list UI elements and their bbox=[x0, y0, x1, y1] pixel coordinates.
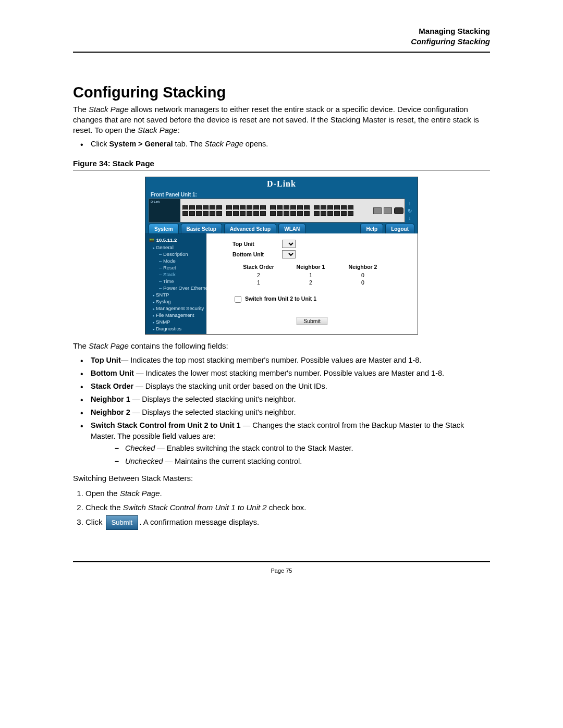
field-item: Neighbor 1 — Displays the selected stack… bbox=[73, 394, 490, 405]
field-name: Neighbor 1 bbox=[91, 395, 132, 403]
intro-text: The bbox=[73, 105, 89, 114]
footer-rule bbox=[73, 561, 490, 562]
tree-leaf-mode[interactable]: Mode bbox=[145, 257, 206, 264]
field-name: Switch Stack Control from Unit 2 to Unit… bbox=[91, 421, 243, 429]
tab-basic-setup[interactable]: Basic Setup bbox=[181, 224, 222, 233]
tab-system[interactable]: System bbox=[149, 224, 179, 233]
subfield-item: Checked — Enables switching the stack co… bbox=[91, 443, 490, 454]
text: tab. The bbox=[173, 140, 205, 148]
step-3: Click Submit. A confirmation message dis… bbox=[85, 515, 490, 530]
tab-advanced-setup[interactable]: Advanced Setup bbox=[224, 224, 276, 233]
port-pair[interactable] bbox=[314, 205, 320, 216]
port-pair[interactable] bbox=[327, 205, 333, 216]
tree-leaf-stack[interactable]: Stack bbox=[145, 271, 206, 278]
port-pair[interactable] bbox=[253, 205, 259, 216]
port-pair[interactable] bbox=[216, 205, 222, 216]
device-ip[interactable]: 📟 10.5.11.2 bbox=[145, 236, 206, 244]
select-bottom-unit[interactable] bbox=[282, 250, 296, 258]
submit-button[interactable]: Submit bbox=[297, 317, 327, 325]
arrow-down-icon[interactable]: ↓ bbox=[409, 215, 411, 221]
page-number: Page 75 bbox=[73, 567, 490, 574]
port-pair[interactable] bbox=[196, 205, 202, 216]
td: 0 bbox=[337, 279, 389, 286]
subfield-item: Unchecked — Maintains the current stacki… bbox=[91, 456, 490, 467]
text: Click bbox=[85, 517, 105, 526]
text-em: Stack Page bbox=[205, 140, 243, 148]
port-pair[interactable] bbox=[189, 205, 195, 216]
port-pair[interactable] bbox=[247, 205, 252, 216]
port-pair[interactable] bbox=[182, 205, 188, 216]
nav-sidebar: 📟 10.5.11.2 General Description Mode Res… bbox=[145, 233, 206, 334]
port-pair[interactable] bbox=[334, 205, 340, 216]
arrow-refresh-icon[interactable]: ↻ bbox=[408, 208, 412, 214]
arrow-up-icon[interactable]: ↑ bbox=[409, 201, 411, 206]
uplink-port bbox=[373, 207, 382, 214]
intro-text: : bbox=[178, 126, 180, 134]
unit-arrows[interactable]: ↑ ↻ ↓ bbox=[405, 199, 414, 223]
field-name: Neighbor 2 bbox=[91, 408, 132, 416]
port-pair[interactable] bbox=[233, 205, 239, 216]
front-panel-label: Front Panel Unit 1: bbox=[145, 192, 418, 199]
field-item: Switch Stack Control from Unit 2 to Unit… bbox=[73, 420, 490, 467]
tree-node-general[interactable]: General bbox=[145, 244, 206, 251]
tree-node-mgmt-security[interactable]: Management Security bbox=[145, 305, 206, 312]
port-pair[interactable] bbox=[290, 205, 296, 216]
port-pair[interactable] bbox=[226, 205, 232, 216]
text: check box. bbox=[267, 503, 307, 512]
text: The bbox=[73, 341, 89, 350]
submit-inline-button: Submit bbox=[106, 515, 138, 530]
port-pair[interactable] bbox=[260, 205, 266, 216]
port-pair[interactable] bbox=[270, 205, 276, 216]
serial-port bbox=[394, 207, 403, 214]
port-pair[interactable] bbox=[210, 205, 215, 216]
figure-rule bbox=[73, 170, 490, 170]
tree-node-snmp[interactable]: SNMP bbox=[145, 318, 206, 325]
text: . A confirmation message displays. bbox=[139, 517, 259, 526]
tab-logout[interactable]: Logout bbox=[385, 224, 414, 233]
switching-heading: Switching Between Stack Masters: bbox=[73, 473, 490, 484]
tree-node-syslog[interactable]: Syslog bbox=[145, 298, 206, 305]
device-uplinks bbox=[372, 199, 405, 222]
port-pair[interactable] bbox=[304, 205, 310, 216]
step-1: Open the Stack Page. bbox=[85, 487, 490, 500]
tree-leaf-poe[interactable]: Power Over Ethernet bbox=[145, 285, 206, 291]
label-bottom-unit: Bottom Unit bbox=[232, 251, 282, 257]
td: 2 bbox=[285, 279, 337, 286]
tree-leaf-time[interactable]: Time bbox=[145, 278, 206, 285]
th-neighbor1: Neighbor 1 bbox=[285, 264, 337, 272]
field-item: Stack Order — Displays the stacking unit… bbox=[73, 381, 490, 392]
text: Click bbox=[91, 140, 109, 148]
tree-node-file-mgmt[interactable]: File Management bbox=[145, 312, 206, 318]
tree-leaf-reset[interactable]: Reset bbox=[145, 264, 206, 271]
switch-row: Switch from Unit 2 to Unit 1 bbox=[232, 294, 412, 304]
subfield-desc: — Enables switching the stack control to… bbox=[155, 444, 353, 452]
text: contains the following fields: bbox=[129, 341, 228, 350]
field-desc: — Indicates the top most stacking member… bbox=[121, 356, 422, 364]
field-desc: — Displays the stacking unit order based… bbox=[136, 382, 327, 390]
port-pair[interactable] bbox=[341, 205, 347, 216]
tab-help[interactable]: Help bbox=[360, 224, 383, 233]
uplink-port bbox=[384, 207, 392, 214]
subfield-desc: — Maintains the current stacking control… bbox=[163, 457, 302, 465]
tree-node-sntp[interactable]: SNTP bbox=[145, 291, 206, 298]
intro-paragraph: The Stack Page allows network managers t… bbox=[73, 104, 490, 136]
select-top-unit[interactable] bbox=[282, 240, 296, 248]
tree-node-diagnostics[interactable]: Diagnostics bbox=[145, 325, 206, 332]
port-pair[interactable] bbox=[240, 205, 246, 216]
port-pair[interactable] bbox=[284, 205, 289, 216]
port-pair[interactable] bbox=[203, 205, 209, 216]
tab-wlan[interactable]: WLAN bbox=[278, 224, 305, 233]
checkbox-switch-unit[interactable] bbox=[235, 296, 241, 303]
td: 2 bbox=[232, 272, 285, 279]
text-em: Switch Stack Control from Unit 1 to Unit… bbox=[123, 503, 267, 512]
field-desc: — Displays the selected stacking unit's … bbox=[132, 395, 296, 403]
tree-leaf-description[interactable]: Description bbox=[145, 251, 206, 257]
stack-table: Stack Order Neighbor 1 Neighbor 2 2 1 0 … bbox=[232, 264, 412, 286]
port-pair[interactable] bbox=[297, 205, 303, 216]
figure-screenshot: D-Link Front Panel Unit 1: D-Link ↑ ↻ ↓ bbox=[145, 177, 418, 335]
field-name: Top Unit bbox=[91, 356, 121, 364]
port-pair[interactable] bbox=[321, 205, 326, 216]
menu-path: System > General bbox=[109, 140, 173, 148]
port-pair[interactable] bbox=[277, 205, 283, 216]
port-pair[interactable] bbox=[348, 205, 353, 216]
